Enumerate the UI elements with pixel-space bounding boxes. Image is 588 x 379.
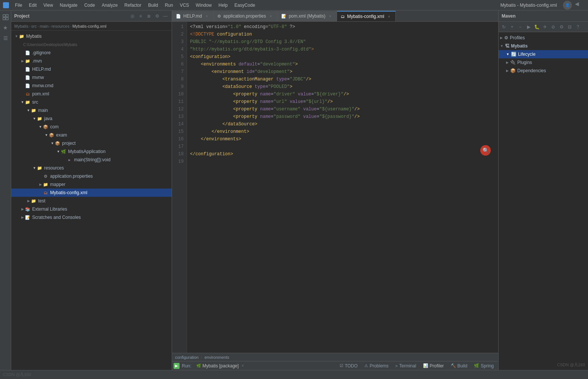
run-tab-package[interactable]: 🌿 Mybatis [package] × <box>193 362 247 370</box>
menu-vcs[interactable]: VCS <box>177 2 192 9</box>
status-tab-todo[interactable]: ☑ TODO <box>337 362 361 370</box>
status-tab-spring[interactable]: 🌿 Spring <box>471 362 497 370</box>
maven-item-lifecycle[interactable]: ▼🔄Lifecycle <box>499 50 588 58</box>
menu-easycode[interactable]: EasyCode <box>232 2 258 9</box>
project-panel-actions: ◎ ≡ ≣ ⚙ — <box>129 13 169 19</box>
menu-build[interactable]: Build <box>145 2 161 9</box>
tab-help-md[interactable]: 📄HELP.md× <box>172 11 214 21</box>
tree-item-main[interactable]: ▼📁main <box>11 106 172 114</box>
run-tab-close[interactable]: × <box>242 364 244 368</box>
tree-item-resources[interactable]: ▼📁resources <box>11 164 172 172</box>
line-num-6: 6 <box>172 61 184 68</box>
menu-analyze[interactable]: Analyze <box>99 2 121 9</box>
maven-item-dependencies[interactable]: ▶📦Dependencies <box>499 67 588 75</box>
maven-help-btn[interactable]: ? <box>574 23 582 31</box>
tree-item-mybatisapplication[interactable]: ▼🌿MybatisApplication <box>11 147 172 156</box>
locate-file-btn[interactable]: ◎ <box>129 13 136 19</box>
tree-item-project[interactable]: ▼📦project <box>11 139 172 147</box>
maven-panel: Maven ↻ + − ▶ 🐛 ✈ ⊘ ⚙ ⊟ ? ▶⚙Profiles▼🏗My… <box>498 10 588 370</box>
status-tab-problems[interactable]: ⚠ Problems <box>361 362 392 370</box>
tree-item-pom-xml[interactable]: ▶🗂pom.xml <box>11 90 172 98</box>
minimize-btn[interactable]: — <box>162 13 169 19</box>
tab-application-properties[interactable]: ⚙application.properties× <box>214 11 278 21</box>
tab-close-application-properties[interactable]: × <box>268 13 273 19</box>
code-line-19 <box>190 158 495 165</box>
maven-collapse-btn[interactable]: ⊟ <box>566 23 573 31</box>
tree-item-application-properties[interactable]: ▶⚙application.properties <box>11 172 172 180</box>
maven-item-mybatis[interactable]: ▼🏗Mybatis <box>499 42 588 50</box>
breadcrumb-mybatis[interactable]: Mybatis <box>14 24 28 28</box>
tree-item-scratches-and-consoles[interactable]: ▶📝Scratches and Consoles <box>11 213 172 221</box>
tree-item-external-libraries[interactable]: ▶📚External Libraries <box>11 205 172 213</box>
maven-toggle-offline-btn[interactable]: ✈ <box>541 23 549 31</box>
code-area[interactable]: <?xml version="1.0" encoding="UTF-8" ?><… <box>187 22 498 353</box>
line-num-16: 16 <box>172 135 184 143</box>
status-tab-icon-build: 🔨 <box>451 363 456 368</box>
status-tab-build[interactable]: 🔨 Build <box>448 362 471 370</box>
tree-item-mapper[interactable]: ▶📁mapper <box>11 180 172 189</box>
status-tab-icon-spring: 🌿 <box>474 363 479 368</box>
tree-item-mvnw-cmd[interactable]: ▶📄mvnw.cmd <box>11 82 172 90</box>
menu-help[interactable]: Help <box>215 2 231 9</box>
maven-run-debug-btn[interactable]: 🐛 <box>533 23 540 31</box>
bookmark-icon[interactable]: ★ <box>1 23 10 32</box>
code-editor[interactable]: 12345678910111213141516171819 <?xml vers… <box>172 22 498 353</box>
menu-navigate[interactable]: Navigate <box>57 2 80 9</box>
run-play-btn[interactable]: ▶ <box>174 363 180 369</box>
maven-add-btn[interactable]: + <box>508 23 516 31</box>
tree-item-src[interactable]: ▼📁src <box>11 98 172 106</box>
breadcrumb-resources[interactable]: resources <box>51 24 69 28</box>
maven-skip-tests-btn[interactable]: ⊘ <box>549 23 557 31</box>
structure-icon[interactable] <box>1 34 10 43</box>
menu-refactor[interactable]: Refactor <box>122 2 144 9</box>
menu-code[interactable]: Code <box>81 2 98 9</box>
menu-view[interactable]: View <box>40 2 56 9</box>
tab-mybatis-config-xml[interactable]: 🗂Mybatis-config.xml× <box>337 11 396 21</box>
menu-run[interactable]: Run <box>162 2 176 9</box>
tree-item--mvn[interactable]: ▶📁.mvn <box>11 57 172 65</box>
editor-bc-environments[interactable]: environments <box>205 355 229 360</box>
menu-file[interactable]: File <box>12 2 25 9</box>
status-tab-terminal[interactable]: > Terminal <box>392 362 419 370</box>
editor-bc-configuration[interactable]: configuration <box>175 355 199 360</box>
project-icon[interactable] <box>1 13 10 22</box>
collapse-all-btn[interactable]: ≣ <box>146 13 152 19</box>
status-tab-profiler[interactable]: 📊 Profiler <box>420 362 447 370</box>
tree-item-mvnw[interactable]: ▶📄mvnw <box>11 73 172 82</box>
maven-item-icon-dependencies: 📦 <box>510 68 516 73</box>
maven-remove-btn[interactable]: − <box>517 23 524 31</box>
expand-all-btn[interactable]: ≡ <box>137 13 144 19</box>
back-btn[interactable]: ◀ <box>573 1 581 10</box>
tab-close-pom-xml--mybatis-[interactable]: × <box>328 13 333 19</box>
tree-item-exam[interactable]: ▼📦exam <box>11 131 172 139</box>
menu-edit[interactable]: Edit <box>26 2 40 9</box>
tree-item-main-string----void[interactable]: ▶▸main(String[]):void <box>11 156 172 164</box>
maven-settings-btn[interactable]: ⚙ <box>558 23 565 31</box>
tree-item-root[interactable]: ▼📁Mybatis <box>11 32 172 40</box>
tree-item-com[interactable]: ▼📦com <box>11 123 172 131</box>
maven-item-icon-profiles: ⚙ <box>504 35 508 40</box>
tree-item-java[interactable]: ▼📁java <box>11 114 172 123</box>
maven-refresh-btn[interactable]: ↻ <box>500 23 508 31</box>
breadcrumb-file[interactable]: Mybatis-config.xml <box>72 24 106 28</box>
maven-item-profiles[interactable]: ▶⚙Profiles <box>499 34 588 42</box>
settings-btn[interactable]: ⚙ <box>154 13 160 19</box>
tab-close-mybatis-config-xml[interactable]: × <box>386 14 392 19</box>
search-bubble[interactable]: 🔍 <box>480 145 491 156</box>
svg-rect-0 <box>3 15 5 17</box>
tree-item-test[interactable]: ▶📁test <box>11 197 172 205</box>
menu-window[interactable]: Window <box>193 2 215 9</box>
maven-tree: ▶⚙Profiles▼🏗Mybatis▼🔄Lifecycle▶🔌Plugins▶… <box>499 32 588 370</box>
breadcrumb-main[interactable]: main <box>40 24 49 28</box>
tree-item-help-md[interactable]: ▶📄HELP.md <box>11 65 172 73</box>
nav-history-btn[interactable] <box>582 1 585 10</box>
tab-pom-xml--mybatis-[interactable]: 📝pom.xml (Mybatis)× <box>278 11 337 21</box>
breadcrumb-src[interactable]: src <box>31 24 37 28</box>
maven-run-btn[interactable]: ▶ <box>525 23 532 31</box>
tree-item--gitignore[interactable]: ▶📄.gitignore <box>11 49 172 57</box>
tree-item-mybatis-config-xml[interactable]: ▶🗂Mybatis-config.xml <box>11 189 172 197</box>
chevron-right-icon: ▶ <box>500 36 503 40</box>
avatar-btn[interactable]: 👤 <box>563 1 572 10</box>
tab-close-help-md[interactable]: × <box>204 13 209 19</box>
maven-item-plugins[interactable]: ▶🔌Plugins <box>499 58 588 67</box>
